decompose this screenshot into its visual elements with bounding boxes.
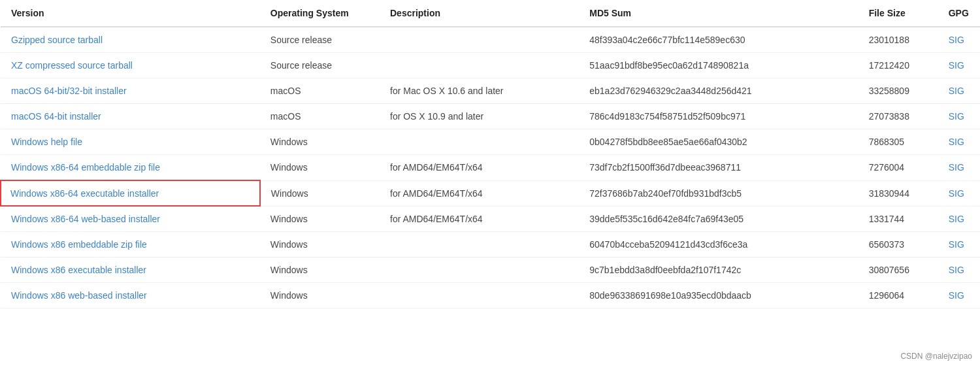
version-cell: XZ compressed source tarball (1, 53, 260, 78)
filesize-cell: 23010188 (858, 27, 938, 53)
col-header-md5: MD5 Sum (579, 0, 858, 27)
gpg-cell: SIG (938, 155, 980, 181)
version-cell: macOS 64-bit/32-bit installer (1, 78, 260, 104)
md5-cell: 0b04278f5bdb8ee85ae5ae66af0430b2 (579, 129, 858, 155)
os-cell: Windows (260, 258, 380, 283)
md5-cell: 39dde5f535c16d642e84fc7a69f43e05 (579, 206, 858, 232)
md5-cell: 60470b4cceba52094121d43cd3f6ce3a (579, 232, 858, 258)
version-link[interactable]: macOS 64-bit/32-bit installer (11, 86, 127, 96)
version-cell: Windows x86 embeddable zip file (1, 232, 260, 258)
version-cell: Windows x86-64 executable installer (1, 180, 260, 206)
description-cell (380, 53, 579, 78)
gpg-cell: SIG (938, 232, 980, 258)
sig-link[interactable]: SIG (949, 35, 964, 45)
description-cell: for AMD64/EM64T/x64 (380, 206, 579, 232)
version-cell: Gzipped source tarball (1, 27, 260, 53)
table-header-row: Version Operating System Description MD5… (1, 0, 980, 27)
version-link[interactable]: Windows x86-64 executable installer (10, 188, 159, 199)
version-link[interactable]: macOS 64-bit installer (11, 111, 101, 122)
gpg-cell: SIG (938, 283, 980, 308)
description-cell: for AMD64/EM64T/x64 (380, 155, 579, 181)
watermark: CSDN @nalejvzipao (900, 352, 972, 361)
description-cell (380, 27, 579, 53)
col-header-version: Version (1, 0, 260, 27)
md5-cell: 786c4d9183c754f58751d52f509bc971 (579, 104, 858, 129)
filesize-cell: 7868305 (858, 129, 938, 155)
sig-link[interactable]: SIG (949, 162, 964, 173)
version-link[interactable]: Windows x86-64 embeddable zip file (11, 162, 160, 173)
version-cell: Windows help file (1, 129, 260, 155)
version-cell: macOS 64-bit installer (1, 104, 260, 129)
version-cell: Windows x86 web-based installer (1, 283, 260, 308)
description-cell: for AMD64/EM64T/x64 (380, 180, 579, 206)
os-cell: Windows (260, 129, 380, 155)
os-cell: Windows (260, 206, 380, 232)
table-row: Windows x86 web-based installerWindows80… (1, 283, 980, 308)
sig-link[interactable]: SIG (949, 137, 964, 147)
os-cell: Windows (260, 180, 380, 206)
table-row: Gzipped source tarballSource release48f3… (1, 27, 980, 53)
version-cell: Windows x86-64 embeddable zip file (1, 155, 260, 181)
table-row: Windows help fileWindows0b04278f5bdb8ee8… (1, 129, 980, 155)
description-cell (380, 232, 579, 258)
table-row: Windows x86-64 executable installerWindo… (1, 180, 980, 206)
md5-cell: 9c7b1ebdd3a8df0eebfda2f107f1742c (579, 258, 858, 283)
sig-link[interactable]: SIG (949, 86, 964, 96)
md5-cell: 48f393a04c2e66c77bfc114e589ec630 (579, 27, 858, 53)
md5-cell: eb1a23d762946329c2aa3448d256d421 (579, 78, 858, 104)
filesize-cell: 17212420 (858, 53, 938, 78)
sig-link[interactable]: SIG (949, 239, 964, 250)
gpg-cell: SIG (938, 78, 980, 104)
description-cell (380, 129, 579, 155)
col-header-gpg: GPG (938, 0, 980, 27)
downloads-table: Version Operating System Description MD5… (0, 0, 980, 308)
gpg-cell: SIG (938, 104, 980, 129)
version-link[interactable]: Windows x86 embeddable zip file (11, 239, 147, 250)
filesize-cell: 6560373 (858, 232, 938, 258)
version-cell: Windows x86 executable installer (1, 258, 260, 283)
os-cell: Windows (260, 283, 380, 308)
filesize-cell: 30807656 (858, 258, 938, 283)
table-row: Windows x86-64 embeddable zip fileWindow… (1, 155, 980, 181)
sig-link[interactable]: SIG (949, 290, 964, 301)
os-cell: Source release (260, 27, 380, 53)
table-row: XZ compressed source tarballSource relea… (1, 53, 980, 78)
table-row: macOS 64-bit/32-bit installermacOSfor Ma… (1, 78, 980, 104)
md5-cell: 73df7cb2f1500ff36d7dbeeac3968711 (579, 155, 858, 181)
sig-link[interactable]: SIG (949, 111, 964, 122)
version-cell: Windows x86-64 web-based installer (1, 206, 260, 232)
filesize-cell: 31830944 (858, 180, 938, 206)
description-cell (380, 258, 579, 283)
filesize-cell: 1331744 (858, 206, 938, 232)
description-cell: for Mac OS X 10.6 and later (380, 78, 579, 104)
md5-cell: 72f37686b7ab240ef70fdb931bdf3cb5 (579, 180, 858, 206)
version-link[interactable]: Windows x86 web-based installer (11, 290, 147, 301)
os-cell: macOS (260, 104, 380, 129)
filesize-cell: 1296064 (858, 283, 938, 308)
gpg-cell: SIG (938, 206, 980, 232)
version-link[interactable]: Windows help file (11, 137, 82, 147)
os-cell: Windows (260, 155, 380, 181)
version-link[interactable]: XZ compressed source tarball (11, 60, 133, 71)
gpg-cell: SIG (938, 53, 980, 78)
version-link[interactable]: Gzipped source tarball (11, 35, 103, 45)
description-cell (380, 283, 579, 308)
description-cell: for OS X 10.9 and later (380, 104, 579, 129)
table-row: Windows x86 embeddable zip fileWindows60… (1, 232, 980, 258)
version-link[interactable]: Windows x86 executable installer (11, 265, 146, 275)
os-cell: Windows (260, 232, 380, 258)
sig-link[interactable]: SIG (949, 265, 964, 275)
table-row: macOS 64-bit installermacOSfor OS X 10.9… (1, 104, 980, 129)
sig-link[interactable]: SIG (949, 214, 964, 224)
os-cell: macOS (260, 78, 380, 104)
col-header-os: Operating System (260, 0, 380, 27)
md5-cell: 51aac91bdf8be95ec0a62d174890821a (579, 53, 858, 78)
gpg-cell: SIG (938, 258, 980, 283)
md5-cell: 80de96338691698e10a935ecd0bdaacb (579, 283, 858, 308)
filesize-cell: 27073838 (858, 104, 938, 129)
download-table-container: Version Operating System Description MD5… (0, 0, 980, 308)
version-link[interactable]: Windows x86-64 web-based installer (11, 214, 160, 224)
sig-link[interactable]: SIG (949, 188, 964, 199)
sig-link[interactable]: SIG (949, 60, 964, 71)
filesize-cell: 7276004 (858, 155, 938, 181)
